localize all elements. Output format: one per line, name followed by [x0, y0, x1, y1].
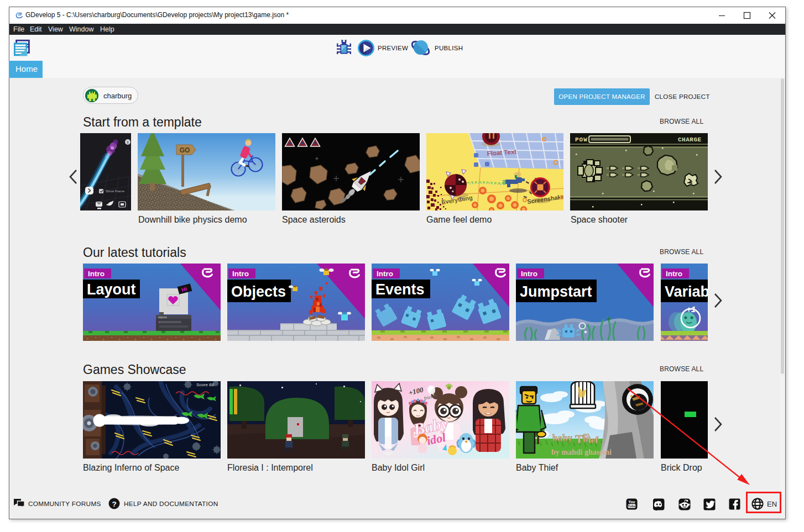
- svg-text:by mahdi ghasemi: by mahdi ghasemi: [551, 448, 612, 456]
- svg-text:Layout: Layout: [87, 281, 136, 298]
- svg-text:?: ?: [112, 500, 116, 508]
- svg-text:Jumpstart: Jumpstart: [520, 283, 592, 300]
- svg-text:CHARGE: CHARGE: [678, 136, 702, 143]
- svg-text:baby: baby: [552, 433, 572, 443]
- svg-text:Intro: Intro: [232, 270, 249, 278]
- svg-text:Show Frame: Show Frame: [106, 189, 125, 193]
- svg-text:GO: GO: [180, 146, 190, 154]
- svg-text:T: T: [575, 432, 583, 446]
- svg-text:Intro: Intro: [88, 270, 105, 278]
- svg-text:objects: objects: [158, 315, 167, 319]
- svg-text:Intro: Intro: [377, 270, 393, 278]
- svg-text:Intro: Intro: [521, 270, 537, 278]
- svg-text:Variab: Variab: [665, 283, 708, 300]
- svg-text:Events: Events: [375, 281, 425, 298]
- svg-text:i: i: [127, 140, 128, 145]
- svg-text:Intro: Intro: [666, 270, 682, 278]
- svg-text:Score 88: Score 88: [196, 382, 215, 387]
- svg-text:ief: ief: [588, 435, 598, 445]
- svg-text:Objects: Objects: [231, 283, 286, 300]
- svg-text:POW: POW: [575, 136, 588, 143]
